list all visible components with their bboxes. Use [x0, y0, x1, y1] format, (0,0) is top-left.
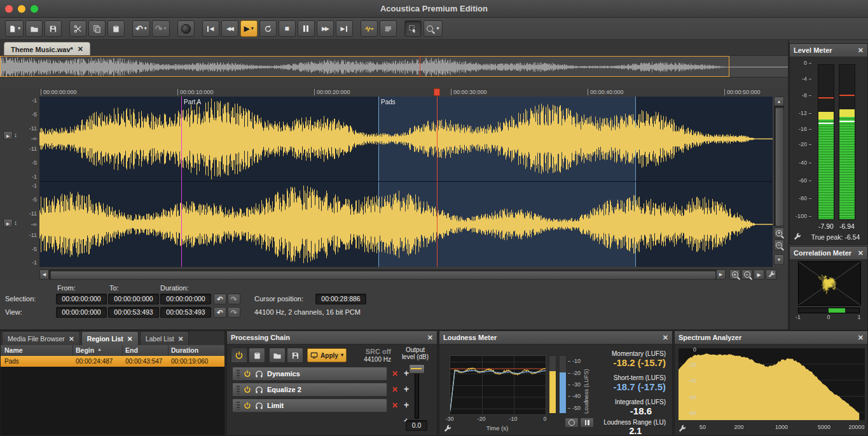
chain-paste-button[interactable]: [249, 348, 265, 363]
apply-button[interactable]: Apply ▾: [307, 348, 347, 362]
spectrum-analyzer-header[interactable]: Spectrum Analyzer ✕: [675, 331, 867, 344]
view-from-field[interactable]: 00:00:00:000: [56, 307, 107, 318]
waveform-channel-2-canvas[interactable]: [39, 182, 773, 267]
selection-tool-button[interactable]: [404, 20, 422, 37]
close-tab-icon[interactable]: ✕: [69, 335, 74, 343]
zoom-selection-button[interactable]: ▶: [754, 269, 764, 280]
selection-from-field[interactable]: 00:00:00:000: [56, 294, 107, 304]
view-duration-field[interactable]: 00:00:53:493: [160, 307, 211, 318]
timeline-ruler[interactable]: 00:00:00:000 00:00:10:000 00:00:20:000 0…: [0, 88, 789, 97]
column-begin[interactable]: Begin: [76, 346, 94, 354]
chain-item-limit[interactable]: Limit: [232, 399, 387, 412]
power-icon[interactable]: [244, 370, 251, 378]
record-button[interactable]: [177, 20, 195, 37]
vertical-scrollbar-thumb[interactable]: [775, 107, 784, 226]
chain-open-button[interactable]: [269, 348, 286, 363]
play-button[interactable]: ▶▾: [240, 20, 258, 37]
vertical-scrollbar-track[interactable]: [774, 106, 784, 226]
go-to-end-button[interactable]: ▶: [336, 20, 353, 37]
pause-button[interactable]: [298, 20, 315, 37]
waveform-settings-button[interactable]: [766, 269, 776, 280]
go-to-start-button[interactable]: ◀: [202, 20, 219, 37]
chain-save-button[interactable]: [287, 348, 303, 363]
region-row-selected[interactable]: Pads 00:00:24:487 00:00:43:547 00:00:19:…: [1, 356, 225, 367]
zoom-tool-button[interactable]: ▾: [424, 20, 443, 37]
column-end[interactable]: End: [125, 346, 138, 354]
zoom-out-button[interactable]: −: [741, 269, 752, 280]
list-view-button[interactable]: [380, 20, 397, 37]
document-tab[interactable]: Theme Music.wav* ✕: [4, 42, 90, 56]
selection-redo-button[interactable]: ↷: [228, 294, 240, 304]
close-tab-icon[interactable]: ✕: [178, 335, 184, 343]
cursor-position-field[interactable]: 00:00:28:886: [315, 294, 366, 304]
scroll-up-button[interactable]: ▲: [774, 97, 784, 106]
output-fader-handle[interactable]: [409, 364, 425, 374]
new-file-button[interactable]: ▾: [5, 20, 24, 37]
cut-button[interactable]: [69, 20, 86, 37]
scroll-down-button[interactable]: ▼: [774, 254, 784, 265]
chain-power-button[interactable]: [231, 348, 247, 363]
level-meter-header[interactable]: Level Meter ✕: [790, 44, 867, 57]
copy-button[interactable]: [88, 20, 106, 37]
add-effect-icon[interactable]: +: [401, 400, 411, 410]
remove-effect-icon[interactable]: ✕: [390, 369, 400, 378]
close-panel-icon[interactable]: ✕: [663, 334, 668, 342]
drag-grip-icon[interactable]: [237, 402, 240, 410]
correlation-meter-header[interactable]: Correlation Meter ✕: [790, 247, 867, 260]
view-redo-button[interactable]: ↷: [228, 307, 240, 318]
drag-grip-icon[interactable]: [237, 386, 240, 394]
stop-button[interactable]: ■: [279, 20, 296, 37]
selection-to-field[interactable]: 00:00:00:000: [108, 294, 159, 304]
view-undo-button[interactable]: ↶: [214, 307, 226, 318]
open-file-button[interactable]: [25, 20, 43, 37]
loop-playback-button[interactable]: [259, 20, 277, 37]
save-button[interactable]: [45, 20, 62, 37]
scrub-view-button[interactable]: [361, 20, 378, 37]
scroll-left-button[interactable]: ◀: [39, 269, 49, 280]
drag-grip-icon[interactable]: [237, 370, 240, 378]
column-name[interactable]: Name: [4, 346, 23, 354]
add-effect-icon[interactable]: +: [401, 384, 411, 394]
overview-strip[interactable]: [0, 55, 789, 78]
zoom-in-button[interactable]: +: [729, 269, 740, 280]
power-icon[interactable]: [244, 386, 251, 393]
undo-button[interactable]: ↶ ▾: [132, 20, 150, 37]
redo-button[interactable]: ↷ ▾: [152, 20, 170, 37]
channel-2-menu-button[interactable]: ▸: [3, 219, 13, 228]
waveform-editor[interactable]: Part A Pads: [39, 97, 773, 267]
close-tab-icon[interactable]: ✕: [127, 335, 133, 343]
waveform-channel-1-canvas[interactable]: [39, 97, 773, 181]
output-level-value[interactable]: 0.0: [406, 420, 427, 431]
channel-1-resize-handle[interactable]: ↕: [14, 132, 17, 139]
headphones-icon[interactable]: [255, 402, 263, 410]
remove-effect-icon[interactable]: ✕: [390, 401, 400, 410]
level-settings-button[interactable]: [793, 233, 801, 242]
fast-forward-button[interactable]: ▶▶: [317, 20, 334, 37]
zoom-in-vertical-button[interactable]: +: [774, 228, 784, 238]
tab-label-list[interactable]: Label List✕: [140, 331, 189, 345]
channel-1-menu-button[interactable]: ▸: [3, 131, 13, 140]
marker-line-part-a[interactable]: [181, 97, 182, 267]
horizontal-scrollbar-thumb[interactable]: [50, 271, 716, 280]
chain-item-equalize[interactable]: Equalize 2: [232, 383, 387, 397]
close-tab-icon[interactable]: ✕: [78, 45, 83, 53]
power-icon[interactable]: [244, 402, 251, 409]
close-panel-icon[interactable]: ✕: [858, 46, 864, 55]
paste-button[interactable]: [107, 20, 125, 37]
column-duration[interactable]: Duration: [171, 346, 198, 354]
cursor-handle[interactable]: [434, 88, 440, 96]
selection-undo-button[interactable]: ↶: [214, 294, 226, 304]
tab-media-file-browser[interactable]: Media File Browser✕: [2, 331, 80, 345]
view-to-field[interactable]: 00:00:53:493: [108, 307, 159, 318]
spectrum-settings-button[interactable]: [678, 425, 686, 434]
selection-duration-field[interactable]: 00:00:00:000: [160, 294, 211, 304]
zoom-out-vertical-button[interactable]: −: [774, 240, 784, 250]
tab-region-list[interactable]: Region List✕: [81, 331, 139, 345]
close-panel-icon[interactable]: ✕: [858, 334, 864, 342]
headphones-icon[interactable]: [255, 370, 263, 378]
close-panel-icon[interactable]: ✕: [427, 334, 433, 342]
channel-2-resize-handle[interactable]: ↕: [14, 219, 17, 226]
horizontal-scrollbar-track[interactable]: [49, 269, 716, 280]
processing-chain-header[interactable]: Processing Chain ✕: [227, 331, 437, 344]
loudness-meter-header[interactable]: Loudness Meter ✕: [439, 331, 672, 344]
